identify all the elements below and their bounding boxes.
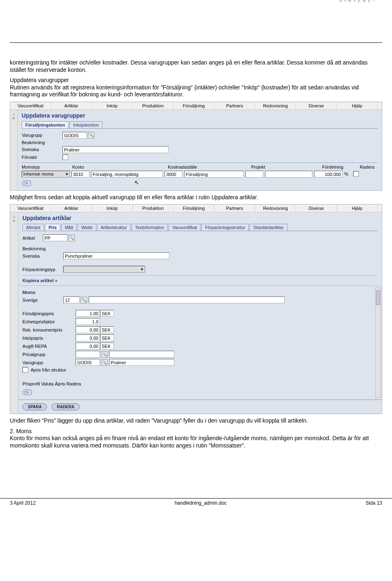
tab-varucertifikat[interactable]: Varucertifikat — [169, 224, 201, 231]
tab-matt[interactable]: Mått — [61, 224, 77, 231]
menu-diverse[interactable]: Diverse — [296, 102, 337, 109]
label-forsaljningspris: Försäljningspris — [22, 311, 76, 316]
menu-hjalp[interactable]: Hjälp — [337, 205, 378, 212]
search-icon[interactable]: 🔍 — [80, 297, 87, 303]
menu-produktion[interactable]: Produktion — [133, 205, 174, 212]
globe-icon — [370, 0, 378, 0]
pct-label: % — [344, 171, 348, 176]
menu-produktion[interactable]: Produktion — [133, 102, 174, 109]
menu-forsaljning[interactable]: Försäljning — [174, 205, 214, 212]
input-enhetsprisfaktor[interactable]: 1.0 — [76, 318, 100, 325]
heading-moms: Moms — [22, 290, 378, 295]
paragraph-3: Möjlighet finns sedan att koppla aktuell… — [10, 194, 382, 201]
checkbox-forvald[interactable] — [62, 154, 68, 160]
menu-varucertifikat[interactable]: Varucertifikat — [10, 205, 51, 212]
heading-2: 2. Moms — [10, 428, 382, 435]
checkbox-radera[interactable] — [353, 171, 359, 177]
input-pricat-desc[interactable] — [109, 351, 174, 358]
menu-hjalp[interactable]: Hjälp — [337, 102, 378, 109]
search-icon[interactable]: 🔍 — [88, 132, 94, 138]
label-avgift-repa: Avgift REPA — [22, 344, 76, 349]
input-rekpris[interactable]: 0.00 — [76, 326, 100, 333]
input-cur-4: SEK — [100, 343, 114, 349]
menu-varucertifikat[interactable]: Varucertifikat — [10, 102, 51, 109]
input-konto-code[interactable]: 3010 — [71, 171, 89, 178]
label-enhetsprisfaktor: Enhetsprisfaktor — [22, 319, 76, 324]
menu-diverse[interactable]: Diverse — [296, 205, 337, 212]
link-kopiera-artikel[interactable]: Kopiera artikel » — [22, 278, 378, 283]
input-kost-name[interactable]: Försäljning — [184, 171, 244, 178]
page-footer: 3 April 2012 handledning_admin.doc Sida … — [0, 498, 392, 508]
save-button[interactable]: SPARA — [22, 403, 47, 410]
search-icon[interactable]: 🔍 — [101, 351, 107, 358]
scrollbar[interactable] — [375, 287, 381, 398]
input-projekt-name[interactable] — [265, 171, 312, 178]
col-momstyp: Momstyp — [22, 165, 71, 169]
label-svenska: Svenska — [22, 254, 63, 258]
input-varugrupp[interactable]: GODIS — [62, 132, 87, 139]
menu-inkop[interactable]: Inköp — [92, 205, 133, 212]
tab-artikelstruktur[interactable]: Artikelstruktur — [97, 224, 131, 231]
label-beskrivning: Beskrivning — [22, 246, 63, 251]
chevron-down-icon: ▾ — [66, 171, 68, 177]
input-pricatgrupp[interactable] — [76, 351, 100, 358]
input-kost-code[interactable]: 3000 — [165, 171, 183, 178]
tab-forsaljningskonton[interactable]: Försäljningskonton — [22, 121, 69, 128]
menu-artiklar[interactable]: Artiklar — [51, 102, 92, 109]
search-icon[interactable]: 🔍 — [101, 359, 107, 366]
menu-inkop[interactable]: Inköp — [92, 102, 133, 109]
section-title: Uppdatera varugrupper — [10, 77, 382, 84]
input-svenska[interactable]: Punchpraliner — [63, 252, 169, 259]
add-row-button[interactable]: □+ — [22, 180, 31, 186]
screenshot-varugrupper: Varucertifikat Artiklar Inköp Produktion… — [10, 102, 382, 191]
input-avgift-repa[interactable]: 0.00 — [76, 343, 100, 349]
search-icon[interactable]: 🔍 — [68, 235, 75, 241]
tab-textinformation[interactable]: Textinformation — [131, 224, 168, 231]
label-beskrivning: Beskrivning — [22, 140, 62, 145]
col-projekt: Projekt — [251, 165, 321, 169]
grid-row: Inhemsk moms▾ 3010 Försäljing, momsplikt… — [22, 170, 378, 178]
input-sverige[interactable]: 12 — [63, 296, 80, 303]
label-svenska: Svenska — [22, 147, 62, 152]
col-radera: Radera — [360, 165, 378, 169]
input-cur-3: SEK — [100, 334, 114, 341]
menu-artiklar[interactable]: Artiklar — [51, 205, 92, 212]
select-momstyp[interactable]: Inhemsk moms▾ — [22, 171, 70, 178]
price-block: Moms Sverige 12 🔍 Försäljningspris 1.00 … — [18, 285, 382, 400]
input-inkopspris[interactable]: 0.00 — [76, 334, 100, 341]
input-artikel[interactable]: PP — [43, 234, 67, 241]
tab-forpackningsstruktur[interactable]: Förpackningsstruktur — [201, 224, 249, 231]
input-varugrupp-desc[interactable]: Praliner — [109, 359, 174, 366]
tab-allmant[interactable]: Allmänt — [22, 224, 44, 231]
input-fordelning[interactable]: 100.000 — [314, 171, 343, 178]
screenshot-artiklar: Varucertifikat Artiklar Inköp Produktion… — [10, 204, 382, 414]
tab-inkopskonton[interactable]: Inköpskonton — [69, 121, 102, 128]
tab-pris[interactable]: Pris — [45, 224, 60, 231]
input-konto-name[interactable]: Försäljing, momspliktig — [91, 171, 163, 178]
paragraph-1: konteringsträng för intäkter och/eller k… — [10, 59, 382, 73]
input-varugrupp[interactable]: GODIS — [76, 359, 100, 366]
left-icon-bar: ⌂≡ — [10, 212, 18, 414]
menu-partners[interactable]: Partners — [214, 205, 255, 212]
footer-page: Sida 13 — [365, 500, 382, 506]
input-forsaljningspris[interactable]: 1.00 — [76, 310, 100, 317]
col-konto: Konto — [72, 165, 166, 169]
label-forvald: Förvald — [22, 155, 62, 160]
input-projekt-code[interactable] — [245, 171, 263, 178]
delete-button[interactable]: RADERA — [51, 403, 80, 410]
add-row-button[interactable]: □+ — [22, 390, 32, 395]
input-cur-0: SEK — [100, 310, 114, 317]
input-sverige-desc[interactable] — [89, 296, 285, 303]
tab-webb[interactable]: Webb — [78, 224, 96, 231]
window-title: Uppdatera artiklar — [22, 214, 378, 224]
menu-partners[interactable]: Partners — [214, 102, 255, 109]
menu-redovisning[interactable]: Redovisning — [255, 205, 296, 212]
menu-redovisning[interactable]: Redovisning — [255, 102, 296, 109]
input-cur-2: SEK — [100, 326, 114, 333]
select-forpackningstyp[interactable]: ▾ — [63, 266, 145, 273]
menu-forsaljning[interactable]: Försäljning — [174, 102, 214, 109]
input-svenska[interactable]: Praliner — [62, 146, 169, 153]
checkbox-apris[interactable] — [22, 367, 28, 373]
tab-standardartiklar[interactable]: Standardartiklar — [249, 224, 287, 231]
label-inkopspris: Inköpspris — [22, 336, 76, 341]
